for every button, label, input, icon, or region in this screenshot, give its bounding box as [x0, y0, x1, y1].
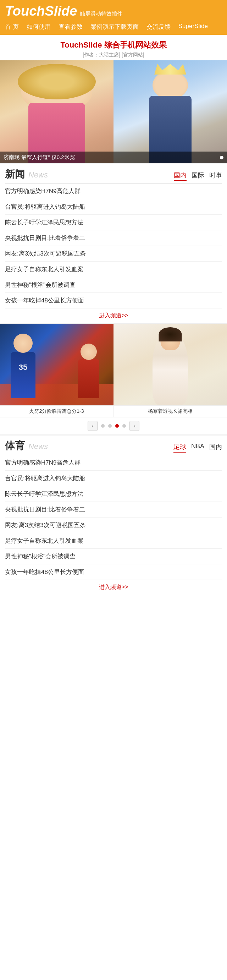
next-arrow[interactable]: › [129, 421, 140, 431]
gallery-image-basketball: 35 [0, 324, 113, 405]
logo-main: TouchSlide [5, 3, 77, 19]
sports-title-en: News [29, 442, 48, 451]
list-item[interactable]: 央视批抗日剧目:比着俗争着二 [5, 502, 222, 517]
news-title-cn: 新闻 [5, 167, 25, 181]
list-item[interactable]: 台官员:将驱离进入钓岛大陆船 [5, 471, 222, 486]
news-tabs: 国内 国际 时事 [174, 171, 222, 181]
nav-dot-2[interactable] [108, 424, 112, 428]
page-title-main: TouchSlide 综合手机网站效果 [3, 40, 224, 50]
nav-dot-3-active[interactable] [115, 424, 119, 428]
sports-title-cn: 体育 [5, 439, 25, 453]
header-top: TouchSlide 触屏滑动特效插件 [5, 3, 222, 19]
list-item[interactable]: 女孩一年吃掉48公里长方便面 [5, 564, 222, 580]
news-enter-channel-link[interactable]: 进入频道>> [99, 312, 129, 318]
list-item[interactable]: 男性神秘"根浴"会所被调查 [5, 277, 222, 293]
nav-dot-1[interactable] [101, 424, 105, 428]
sports-tab-nba[interactable]: NBA [191, 442, 204, 453]
nav-superslide[interactable]: SuperSlide [178, 22, 208, 32]
sports-section: 体育 News 足球 NBA 国内 官方明确感染H7N9高危人群 台官员:将驱离… [0, 435, 227, 595]
list-item[interactable]: 台官员:将驱离进入钓岛大陆船 [5, 199, 222, 215]
sports-list: 官方明确感染H7N9高危人群 台官员:将驱离进入钓岛大陆船 陈云长子吁学江泽民思… [5, 455, 222, 580]
list-item[interactable]: 网友:离3次结3次可避税国五条 [5, 517, 222, 533]
header: TouchSlide 触屏滑动特效插件 首 页 如何使用 查看参数 案例演示 下… [0, 0, 227, 35]
sports-tab-soccer[interactable]: 足球 [173, 442, 186, 453]
gallery-images: 35 [0, 324, 227, 405]
nav-download[interactable]: 下载页面 [114, 22, 146, 32]
page-title-sub: [作者：大话主席] [官方网站] [3, 52, 224, 58]
news-tab-current[interactable]: 时事 [209, 171, 222, 181]
gallery-caption-left: 火箭2分险胜雷霆总分1-3 [0, 406, 113, 417]
nav-params[interactable]: 查看参数 [59, 22, 90, 32]
slideshow[interactable]: 济南现"最窄人行道" 仅0.2米宽 [0, 60, 227, 163]
sports-enter-channel-link[interactable]: 进入频道>> [99, 584, 129, 590]
page-title-section: TouchSlide 综合手机网站效果 [作者：大话主席] [官方网站] [0, 35, 227, 60]
slide-image-right [113, 60, 227, 163]
news-section: 新闻 News 国内 国际 时事 官方明确感染H7N9高危人群 台官员:将驱离进… [0, 163, 227, 323]
list-item[interactable]: 陈云长子吁学江泽民思想方法 [5, 215, 222, 231]
list-item[interactable]: 男性神秘"根浴"会所被调查 [5, 549, 222, 564]
nav-dot-4[interactable] [122, 424, 126, 428]
news-enter-channel: 进入频道>> [5, 308, 222, 323]
list-item[interactable]: 央视批抗日剧目:比着俗争着二 [5, 231, 222, 246]
sports-tabs: 足球 NBA 国内 [173, 442, 222, 453]
nav-home[interactable]: 首 页 [5, 22, 27, 32]
list-item[interactable]: 女孩一年吃掉48公里长方便面 [5, 293, 222, 308]
news-tab-international[interactable]: 国际 [192, 171, 204, 181]
gallery-image-fashion [113, 324, 227, 405]
sports-tab-domestic[interactable]: 国内 [209, 442, 222, 453]
gallery-section: 35 火箭2分险胜雷霆总分1-3 杨幂着透视长裙亮相 ‹ › [0, 323, 227, 435]
list-item[interactable]: 官方明确感染H7N9高危人群 [5, 183, 222, 199]
gallery-nav: ‹ › [0, 417, 227, 435]
news-title-en: News [29, 170, 48, 180]
list-item[interactable]: 网友:离3次结3次可避税国五条 [5, 246, 222, 262]
slideshow-caption-text: 济南现"最窄人行道" 仅0.2米宽 [3, 154, 75, 161]
sports-section-header: 体育 News 足球 NBA 国内 [5, 436, 222, 455]
slideshow-caption: 济南现"最窄人行道" 仅0.2米宽 [0, 151, 227, 163]
slideshow-dot-indicator [220, 156, 224, 159]
news-list: 官方明确感染H7N9高危人群 台官员:将驱离进入钓岛大陆船 陈云长子吁学江泽民思… [5, 183, 222, 308]
nav-feedback[interactable]: 交流反馈 [146, 22, 178, 32]
list-item[interactable]: 足疗女子自称东北人引发血案 [5, 262, 222, 277]
nav-howto[interactable]: 如何使用 [27, 22, 59, 32]
list-item[interactable]: 足疗女子自称东北人引发血案 [5, 533, 222, 549]
list-item[interactable]: 陈云长子吁学江泽民思想方法 [5, 486, 222, 502]
gallery-captions: 火箭2分险胜雷霆总分1-3 杨幂着透视长裙亮相 [0, 405, 227, 417]
jersey-number: 35 [13, 363, 33, 372]
news-section-header: 新闻 News 国内 国际 时事 [5, 164, 222, 183]
sports-enter-channel: 进入频道>> [5, 580, 222, 595]
news-tab-domestic[interactable]: 国内 [174, 171, 187, 181]
gallery-caption-right: 杨幂着透视长裙亮相 [113, 406, 227, 417]
list-item[interactable]: 官方明确感染H7N9高危人群 [5, 455, 222, 471]
slide-image-left [0, 60, 113, 163]
nav-cases[interactable]: 案例演示 [90, 22, 114, 32]
logo-sub: 触屏滑动特效插件 [80, 11, 122, 18]
header-nav: 首 页 如何使用 查看参数 案例演示 下载页面 交流反馈 SuperSlide [5, 22, 222, 32]
prev-arrow[interactable]: ‹ [87, 421, 98, 431]
